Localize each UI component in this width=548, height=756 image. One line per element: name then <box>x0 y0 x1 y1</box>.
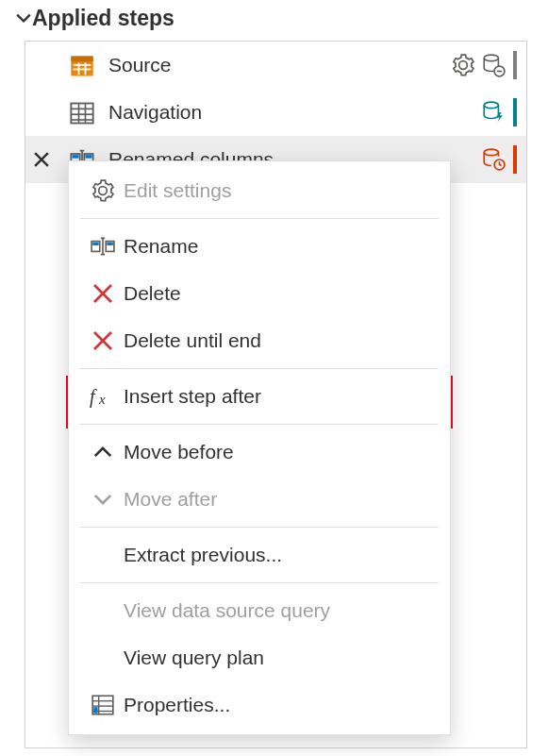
delete-x-icon <box>82 282 124 305</box>
menu-delete[interactable]: Delete <box>69 270 450 317</box>
step-navigation[interactable]: Navigation <box>25 89 526 136</box>
menu-label: Delete <box>124 282 181 305</box>
svg-rect-1 <box>71 57 92 62</box>
gear-icon <box>82 178 124 203</box>
menu-properties[interactable]: Properties... <box>69 681 450 729</box>
menu-separator <box>80 368 439 369</box>
menu-extract-previous[interactable]: Extract previous... <box>69 531 450 579</box>
menu-view-query-plan[interactable]: View query plan <box>69 634 450 681</box>
gear-icon[interactable] <box>451 53 475 77</box>
database-minus-icon[interactable] <box>481 53 506 77</box>
step-accent-bar <box>513 51 517 79</box>
delete-x-icon <box>82 329 124 352</box>
menu-label: Extract previous... <box>124 544 282 566</box>
menu-separator <box>80 424 439 425</box>
chevron-down-icon <box>82 489 124 510</box>
menu-separator <box>80 218 439 219</box>
applied-steps-header[interactable]: Applied steps <box>0 0 548 41</box>
menu-separator <box>80 582 439 583</box>
menu-label: Properties... <box>124 694 230 716</box>
menu-label: Rename <box>124 235 198 258</box>
menu-label: Delete until end <box>124 329 261 352</box>
menu-move-after[interactable]: Move after <box>69 476 450 523</box>
chevron-up-icon <box>82 442 124 462</box>
menu-insert-step-after[interactable]: f x Insert step after <box>69 373 450 420</box>
source-table-icon <box>69 53 95 79</box>
rename-icon <box>82 234 124 259</box>
fx-function-icon: f x <box>82 385 124 408</box>
svg-rect-26 <box>107 243 113 245</box>
step-label: Source <box>108 54 451 76</box>
menu-edit-settings[interactable]: Edit settings <box>69 167 450 214</box>
step-label: Navigation <box>108 101 481 124</box>
remove-step-icon[interactable] <box>31 149 52 170</box>
svg-rect-25 <box>92 243 99 245</box>
database-lightning-icon[interactable] <box>481 100 506 125</box>
menu-view-data-source-query[interactable]: View data source query <box>69 587 450 634</box>
svg-point-21 <box>484 149 498 156</box>
collapse-chevron-icon <box>15 9 32 26</box>
menu-label: Move after <box>124 488 217 511</box>
menu-delete-until-end[interactable]: Delete until end <box>69 317 450 364</box>
menu-label: Edit settings <box>124 179 231 202</box>
menu-label: View data source query <box>124 599 330 622</box>
step-accent-bar <box>513 145 517 174</box>
menu-label: View query plan <box>124 647 264 669</box>
svg-rect-19 <box>86 155 92 159</box>
svg-text:x: x <box>98 392 106 407</box>
menu-label: Insert step after <box>124 385 261 408</box>
svg-point-6 <box>484 55 498 60</box>
step-context-menu: Edit settings Rename Delete Delete until… <box>68 160 451 735</box>
database-clock-icon[interactable] <box>481 147 506 172</box>
menu-move-before[interactable]: Move before <box>69 428 450 476</box>
step-accent-bar <box>513 98 517 126</box>
menu-rename[interactable]: Rename <box>69 223 450 270</box>
menu-separator <box>80 527 439 528</box>
svg-rect-18 <box>73 155 79 159</box>
step-source[interactable]: Source <box>25 42 526 89</box>
properties-table-icon <box>82 693 124 717</box>
panel-title: Applied steps <box>32 6 174 31</box>
svg-point-15 <box>484 102 498 109</box>
svg-text:f: f <box>90 386 97 408</box>
menu-label: Move before <box>124 441 234 463</box>
navigation-table-icon <box>69 100 95 126</box>
svg-rect-35 <box>93 707 97 714</box>
